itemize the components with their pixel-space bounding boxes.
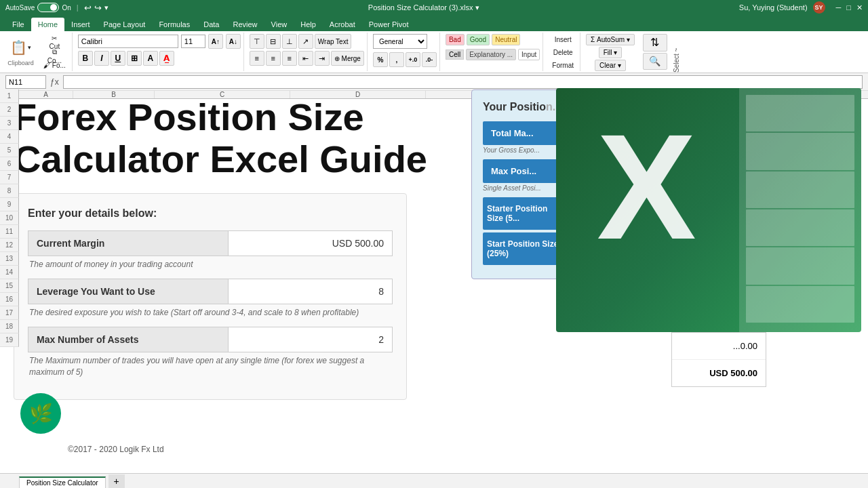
underline-button[interactable]: U	[111, 51, 125, 66]
right-align-btn[interactable]: ≡	[282, 51, 297, 66]
align-middle-btn[interactable]: ⊟	[266, 34, 281, 49]
excel-x: X	[597, 102, 696, 273]
copy-button[interactable]: ⧉ Co...	[40, 46, 69, 58]
tab-review[interactable]: Review	[226, 18, 264, 31]
row-10: 10	[0, 211, 19, 225]
excel-grid	[739, 88, 861, 332]
row-7: 7	[0, 171, 19, 184]
orientation-btn[interactable]: ↗	[298, 34, 313, 49]
font-name-input[interactable]	[78, 35, 178, 48]
current-margin-row: Current Margin USD 500.00 The amount of …	[28, 230, 393, 270]
row-numbers: 1 2 3 4 5 6 7 8 9 10 11 12 13 14 15 16 1…	[0, 89, 19, 347]
increase-decimal-btn[interactable]: +.0	[406, 52, 420, 67]
fill-color-button[interactable]: A	[143, 51, 158, 66]
undo-btn[interactable]: ↩	[84, 3, 92, 13]
left-panel: Enter your details below: Current Margin…	[14, 193, 407, 400]
start-value: USD 500.00	[672, 360, 766, 386]
function-btn[interactable]: ƒx	[50, 77, 59, 87]
delete-cells-btn[interactable]: Delete	[550, 47, 576, 58]
tab-file[interactable]: File	[5, 18, 31, 31]
max-assets-value[interactable]: 2	[229, 327, 393, 352]
panel-title: Enter your details below:	[28, 207, 393, 220]
bold-button[interactable]: B	[78, 51, 93, 66]
clipboard-group: 📋▾ Clipboard ✂ Cut ⧉ Co... 🖌 Fo... Clipb…	[3, 33, 73, 71]
tab-acrobat[interactable]: Acrobat	[323, 18, 362, 31]
tab-view[interactable]: View	[264, 18, 294, 31]
bad-style[interactable]: Bad	[446, 34, 465, 45]
align-bottom-btn[interactable]: ⊥	[282, 34, 297, 49]
paste-button[interactable]: 📋▾	[5, 37, 36, 58]
excel-logo-overlay: X	[556, 88, 861, 332]
grid-cell-3	[746, 171, 854, 208]
current-margin-value[interactable]: USD 500.00	[229, 231, 393, 256]
grid-cell-5	[746, 247, 854, 284]
tab-page-layout[interactable]: Page Layout	[97, 18, 153, 31]
clear-btn[interactable]: Clear ▾	[595, 60, 626, 71]
merge-center-btn[interactable]: ⊕ Merge	[331, 51, 364, 66]
increase-font-btn[interactable]: A↑	[208, 34, 223, 49]
number-format-select[interactable]: General Number Currency	[373, 34, 427, 49]
tab-help[interactable]: Help	[294, 18, 323, 31]
tab-power-pivot[interactable]: Power Pivot	[362, 18, 416, 31]
comma-btn[interactable]: ,	[389, 52, 404, 67]
decrease-decimal-btn[interactable]: .0-	[422, 52, 437, 67]
formula-bar[interactable]	[63, 75, 863, 89]
copyright-label: ©2017 - 2020 Logik Fx Ltd	[68, 445, 164, 454]
result-values-panel: ...0.00 USD 500.00	[671, 332, 766, 387]
center-align-btn[interactable]: ≡	[266, 51, 281, 66]
sheet-tab-active[interactable]: Position Size Calculator	[19, 476, 106, 488]
redo-btn[interactable]: ↪	[94, 3, 102, 13]
grid-cell-2	[746, 133, 854, 169]
autosum-btn[interactable]: Σ AutoSum ▾	[586, 34, 635, 45]
editing-group: Σ AutoSum ▾ Fill ▾ Clear ▾	[583, 33, 637, 71]
grid-cell-1	[746, 95, 854, 131]
alignment-group: ⊤ ⊟ ⊥ ↗ Wrap Text ≡ ≡ ≡ ⇤ ⇥ ⊕ Merge	[247, 33, 368, 71]
insert-cells-btn[interactable]: Insert	[551, 34, 575, 45]
wrap-text-btn[interactable]: Wrap Text	[315, 34, 352, 49]
cells-group: Insert Delete Format	[546, 33, 580, 71]
font-color-button[interactable]: A̲	[159, 51, 174, 66]
percent-btn[interactable]: %	[373, 52, 388, 67]
good-style[interactable]: Good	[467, 34, 490, 45]
increase-indent-btn[interactable]: ⇥	[315, 51, 330, 66]
tab-formulas[interactable]: Formulas	[152, 18, 197, 31]
italic-button[interactable]: I	[94, 51, 109, 66]
tab-insert[interactable]: Insert	[64, 18, 97, 31]
close-btn[interactable]: ✕	[856, 3, 863, 12]
find-select-icon[interactable]: 🔍	[643, 53, 667, 70]
autosave-toggle[interactable]	[37, 3, 59, 12]
tab-data[interactable]: Data	[197, 18, 226, 31]
tab-home[interactable]: Home	[31, 18, 64, 31]
maximize-btn[interactable]: □	[846, 3, 851, 12]
leverage-value[interactable]: 8	[229, 279, 393, 304]
input-style[interactable]: Input	[518, 49, 540, 60]
cut-button[interactable]: ✂ Cut	[40, 33, 69, 45]
add-sheet-btn[interactable]: +	[108, 474, 125, 488]
format-cells-btn[interactable]: Format	[549, 60, 577, 71]
name-box[interactable]	[5, 75, 46, 89]
style-buttons: B I U ⊞ A A̲	[78, 51, 174, 66]
autosave-section: AutoSave On	[5, 3, 71, 12]
left-align-btn[interactable]: ≡	[250, 51, 264, 66]
neutral-style[interactable]: Neutral	[492, 34, 520, 45]
avatar-initials: SY	[815, 4, 823, 11]
max-assets-row: Max Number of Assets 2 The Maximum numbe…	[28, 327, 393, 378]
sheet-tabs-bar: Position Size Calculator +	[0, 473, 868, 488]
row-9: 9	[0, 198, 19, 211]
filename-label: Position Size Calculator (3).xlsx	[368, 3, 473, 12]
explanatory-style[interactable]: Explanatory ...	[466, 49, 516, 60]
decrease-font-btn[interactable]: A↓	[226, 34, 241, 49]
minimize-btn[interactable]: ─	[836, 3, 842, 12]
row-17: 17	[0, 306, 19, 320]
font-size-input[interactable]	[181, 35, 205, 48]
grid-cell-4	[746, 209, 854, 246]
border-button[interactable]: ⊞	[127, 51, 142, 66]
logik-logo: 🌿	[20, 393, 61, 434]
sort-filter-icon[interactable]: ⇅	[643, 34, 667, 52]
format-painter-button[interactable]: 🖌 Fo...	[40, 60, 69, 72]
align-top-btn[interactable]: ⊤	[250, 34, 264, 49]
decrease-indent-btn[interactable]: ⇤	[298, 51, 313, 66]
dropdown-icon: ▾	[475, 3, 479, 12]
normal-style[interactable]: Cell	[446, 49, 464, 60]
fill-btn[interactable]: Fill ▾	[599, 47, 623, 58]
